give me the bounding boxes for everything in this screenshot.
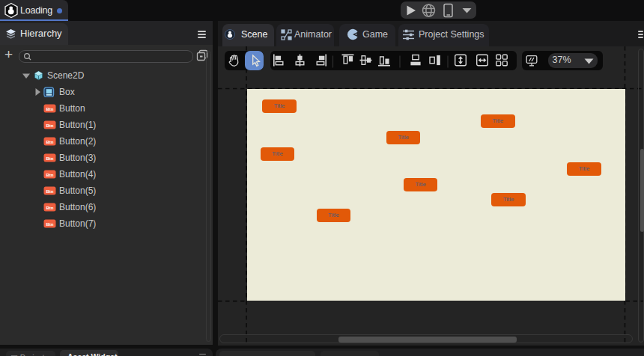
svg-text:Btn: Btn [46,222,54,227]
svg-text:Btn: Btn [46,173,54,177]
svg-text:Btn: Btn [46,107,54,111]
svg-text:Btn: Btn [46,189,54,194]
svg-text:Btn: Btn [46,206,54,210]
svg-text:Btn: Btn [46,156,54,161]
svg-text:Btn: Btn [46,123,54,128]
svg-text:Btn: Btn [46,140,54,144]
